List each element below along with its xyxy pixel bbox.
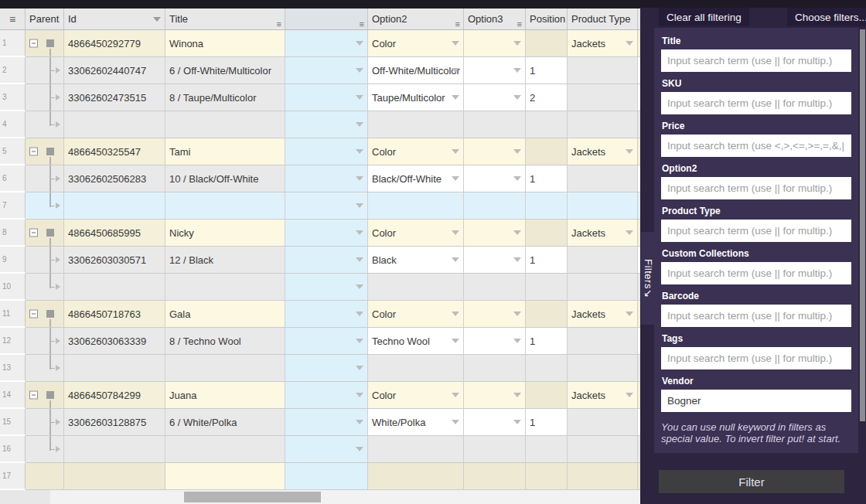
cell-option1[interactable] xyxy=(285,355,368,382)
cell-option1[interactable] xyxy=(285,328,368,355)
dropdown-arrow-icon[interactable] xyxy=(513,41,521,46)
cell-option1[interactable] xyxy=(285,220,368,247)
cell-option1[interactable] xyxy=(285,57,368,84)
cell-title[interactable]: Gala xyxy=(165,301,285,328)
cell-o2[interactable] xyxy=(368,274,464,301)
cell-option1[interactable] xyxy=(285,30,368,57)
dropdown-arrow-icon[interactable] xyxy=(513,420,521,424)
collapse-icon[interactable] xyxy=(29,148,38,156)
dropdown-arrow-icon[interactable] xyxy=(452,257,459,262)
cell-product-type[interactable]: Jackets xyxy=(568,30,638,57)
dropdown-arrow-icon[interactable] xyxy=(356,339,363,343)
cell-pos[interactable]: 1 xyxy=(526,165,568,192)
cell-o2[interactable]: Color xyxy=(368,301,464,328)
row-number[interactable]: 6 xyxy=(0,165,26,192)
dropdown-arrow-icon[interactable] xyxy=(356,122,363,127)
cell-o3[interactable] xyxy=(464,138,526,165)
filters-side-tab[interactable]: Filters↘ xyxy=(641,232,655,325)
row-number[interactable]: 12 xyxy=(0,328,26,355)
cell-o3[interactable] xyxy=(464,57,526,84)
panel-scrollbar-thumb[interactable] xyxy=(860,29,865,421)
dropdown-arrow-icon[interactable] xyxy=(626,149,633,154)
cell-pos[interactable] xyxy=(526,463,568,490)
dropdown-arrow-icon[interactable] xyxy=(356,41,363,46)
cell-parent[interactable] xyxy=(26,57,64,84)
cell-option1[interactable] xyxy=(285,84,368,111)
cell-pos[interactable]: 2 xyxy=(526,84,568,111)
cell-o2[interactable]: Techno Wool xyxy=(368,328,464,355)
cell-title[interactable]: Juana xyxy=(165,382,285,409)
cell-o3[interactable] xyxy=(464,463,526,490)
dropdown-arrow-icon[interactable] xyxy=(452,149,459,154)
cell-title[interactable]: 12 / Black xyxy=(165,247,285,274)
cell-o3[interactable] xyxy=(464,382,526,409)
cell-parent[interactable] xyxy=(26,192,64,220)
dropdown-arrow-icon[interactable] xyxy=(356,366,363,370)
cell-parent[interactable] xyxy=(26,274,64,301)
dropdown-arrow-icon[interactable] xyxy=(513,149,521,154)
dropdown-arrow-icon[interactable] xyxy=(452,95,459,100)
column-header-row[interactable]: ≡ xyxy=(0,9,26,30)
cell-title[interactable]: Winona xyxy=(165,30,285,57)
cell-pos[interactable] xyxy=(526,274,568,301)
collapse-icon[interactable] xyxy=(29,229,38,237)
cell-id[interactable]: 4866450718763 xyxy=(64,301,165,328)
cell-product-type[interactable] xyxy=(568,192,638,220)
dropdown-arrow-icon[interactable] xyxy=(452,420,459,424)
cell-o2[interactable] xyxy=(368,463,464,490)
cell-pos[interactable] xyxy=(526,301,568,328)
cell-product-type[interactable]: Jackets xyxy=(568,301,638,328)
cell-title[interactable] xyxy=(165,355,285,382)
column-header-title[interactable]: Title≡ xyxy=(165,9,285,30)
dropdown-arrow-icon[interactable] xyxy=(626,230,633,235)
dropdown-arrow-icon[interactable] xyxy=(626,41,633,46)
cell-pos[interactable] xyxy=(526,382,568,409)
cell-id[interactable] xyxy=(64,274,165,301)
collapse-icon[interactable] xyxy=(29,310,38,318)
cell-option1[interactable] xyxy=(285,138,368,165)
column-header-position[interactable]: Position xyxy=(526,9,568,30)
column-header-id[interactable]: Id xyxy=(64,9,165,30)
cell-option1[interactable] xyxy=(285,247,368,274)
vendor-filter-input[interactable] xyxy=(661,390,851,412)
cell-id[interactable] xyxy=(64,192,165,220)
cell-id[interactable] xyxy=(64,436,165,463)
clear-all-filtering-button[interactable]: Clear all filtering xyxy=(659,8,749,26)
cell-o3[interactable] xyxy=(464,301,526,328)
dropdown-arrow-icon[interactable] xyxy=(356,203,363,208)
price-filter-input[interactable] xyxy=(661,135,851,157)
cell-parent[interactable] xyxy=(26,436,64,463)
cell-parent[interactable] xyxy=(26,463,64,490)
hamburger-icon[interactable]: ≡ xyxy=(9,13,15,26)
cell-o2[interactable] xyxy=(368,192,464,220)
row-number[interactable]: 13 xyxy=(0,355,26,382)
cell-parent[interactable] xyxy=(26,409,64,436)
dropdown-arrow-icon[interactable] xyxy=(513,230,521,235)
cell-title[interactable]: Tami xyxy=(165,138,285,165)
cell-o3[interactable] xyxy=(464,165,526,192)
cell-o2[interactable] xyxy=(368,436,464,463)
dropdown-arrow-icon[interactable] xyxy=(356,447,363,451)
cell-title[interactable]: 6 / Off-White/Multicolor xyxy=(165,57,285,84)
barcode-filter-input[interactable] xyxy=(661,305,851,327)
cell-o3[interactable] xyxy=(464,84,526,111)
cell-pos[interactable] xyxy=(526,111,568,138)
cell-title[interactable]: 6 / White/Polka xyxy=(165,409,285,436)
cell-pos[interactable]: 1 xyxy=(526,328,568,355)
column-menu-icon[interactable]: ≡ xyxy=(277,20,281,29)
cell-option1[interactable] xyxy=(285,111,368,138)
column-header-option1[interactable]: ≡ xyxy=(285,9,368,30)
cell-o2[interactable]: Black/Off-White xyxy=(368,165,464,192)
cell-product-type[interactable] xyxy=(568,409,638,436)
cell-o2[interactable]: Color xyxy=(368,382,464,409)
cell-parent[interactable] xyxy=(26,165,64,192)
dropdown-arrow-icon[interactable] xyxy=(452,41,459,46)
dropdown-arrow-icon[interactable] xyxy=(356,149,363,154)
cell-product-type[interactable]: Jackets xyxy=(568,220,638,247)
cell-o3[interactable] xyxy=(464,436,526,463)
column-header-product-type[interactable]: Product Type xyxy=(568,9,638,30)
cell-o2[interactable]: Color xyxy=(368,30,464,57)
cell-o3[interactable] xyxy=(464,220,526,247)
cell-o3[interactable] xyxy=(464,111,526,138)
cell-title[interactable] xyxy=(165,111,285,138)
